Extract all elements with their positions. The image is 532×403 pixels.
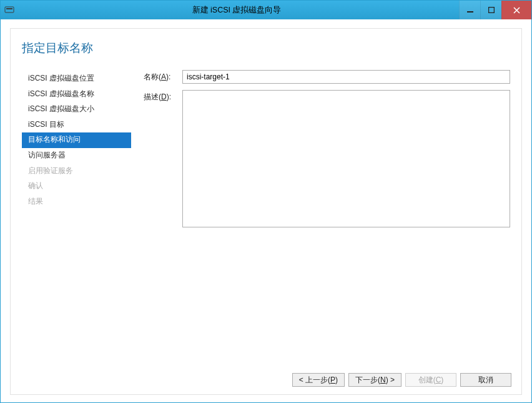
wizard-window: 新建 iSCSI 虚拟磁盘向导 指定目标名称 iSCSI 虚拟磁盘位置: [0, 0, 532, 403]
svg-rect-1: [6, 8, 12, 9]
svg-rect-2: [467, 11, 473, 12]
step-iscsi-target[interactable]: iSCSI 目标: [22, 117, 131, 133]
wizard-steps-sidebar: iSCSI 虚拟磁盘位置 iSCSI 虚拟磁盘名称 iSCSI 虚拟磁盘大小 i…: [22, 70, 131, 367]
close-button[interactable]: [501, 1, 531, 19]
close-icon: [513, 7, 520, 14]
maximize-button[interactable]: [480, 1, 501, 19]
window-controls: [459, 1, 531, 19]
maximize-icon: [488, 7, 495, 13]
minimize-icon: [467, 7, 473, 13]
content-box: 指定目标名称 iSCSI 虚拟磁盘位置 iSCSI 虚拟磁盘名称 iSCSI 虚…: [10, 28, 522, 395]
button-bar: < 上一步(P) 下一步(N) > 创建(C) 取消: [11, 367, 521, 394]
create-button: 创建(C): [405, 373, 456, 387]
step-target-name-access[interactable]: 目标名称和访问: [22, 132, 131, 148]
step-result: 结果: [22, 194, 131, 210]
content-wrapper: 指定目标名称 iSCSI 虚拟磁盘位置 iSCSI 虚拟磁盘名称 iSCSI 虚…: [1, 19, 531, 402]
description-label: 描述(D):: [144, 90, 182, 102]
svg-rect-0: [5, 7, 14, 12]
next-button[interactable]: 下一步(N) >: [348, 373, 401, 387]
step-access-servers[interactable]: 访问服务器: [22, 148, 131, 164]
step-confirm: 确认: [22, 179, 131, 194]
target-description-input[interactable]: [182, 90, 510, 227]
previous-button[interactable]: < 上一步(P): [292, 373, 345, 387]
name-row: 名称(A):: [144, 70, 510, 84]
minimize-button[interactable]: [459, 1, 480, 19]
form-area: 名称(A): 描述(D):: [131, 70, 521, 367]
window-title: 新建 iSCSI 虚拟磁盘向导: [14, 1, 459, 19]
cancel-button[interactable]: 取消: [460, 373, 511, 387]
step-vdisk-location[interactable]: iSCSI 虚拟磁盘位置: [22, 71, 131, 87]
target-name-input[interactable]: [182, 70, 510, 84]
step-vdisk-name[interactable]: iSCSI 虚拟磁盘名称: [22, 87, 131, 102]
title-icon-wrap: [1, 1, 14, 19]
svg-rect-3: [488, 7, 494, 13]
name-label: 名称(A):: [144, 70, 182, 82]
description-row: 描述(D):: [144, 90, 510, 227]
app-icon: [4, 5, 14, 15]
body-area: iSCSI 虚拟磁盘位置 iSCSI 虚拟磁盘名称 iSCSI 虚拟磁盘大小 i…: [11, 70, 521, 367]
step-vdisk-size[interactable]: iSCSI 虚拟磁盘大小: [22, 102, 131, 117]
step-enable-auth: 启用验证服务: [22, 164, 131, 179]
titlebar: 新建 iSCSI 虚拟磁盘向导: [1, 1, 531, 19]
page-title: 指定目标名称: [11, 29, 521, 70]
